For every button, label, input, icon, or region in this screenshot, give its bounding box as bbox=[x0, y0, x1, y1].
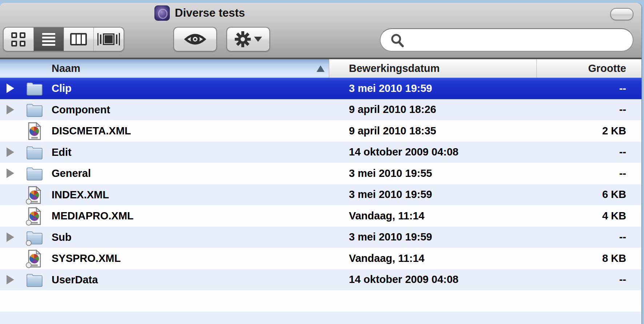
size-cell: 2 KB bbox=[537, 120, 641, 142]
column-header-date[interactable]: Bewerkingsdatum bbox=[329, 59, 537, 78]
size-cell: -- bbox=[537, 227, 641, 248]
folder-icon bbox=[25, 271, 44, 289]
file-row-clip[interactable]: Clip3 mei 2010 19:59-- bbox=[0, 78, 641, 99]
list-view-button[interactable] bbox=[34, 28, 64, 51]
modified-date: 3 mei 2010 19:59 bbox=[349, 82, 432, 94]
window-title: Diverse tests bbox=[175, 7, 245, 20]
name-cell: Edit bbox=[0, 142, 329, 163]
action-menu-chevron-down-icon bbox=[254, 37, 262, 42]
name-cell: General bbox=[0, 163, 329, 184]
name-cell: Clip bbox=[0, 78, 329, 99]
name-cell: Component bbox=[0, 99, 329, 121]
disclosure-triangle-icon[interactable] bbox=[7, 169, 14, 178]
disclosure-triangle-icon[interactable] bbox=[7, 275, 14, 284]
file-row-index-xml[interactable]: INDEX.XML3 mei 2010 19:596 KB bbox=[0, 184, 641, 206]
modified-date: 14 oktober 2009 04:08 bbox=[349, 274, 458, 285]
modified-date: 3 mei 2010 19:59 bbox=[349, 231, 432, 243]
file-name: Clip bbox=[52, 82, 72, 94]
badge-icon bbox=[26, 220, 31, 225]
column-header-name[interactable]: Naam bbox=[0, 59, 329, 78]
titlebar-toolbar: Diverse tests bbox=[0, 3, 641, 57]
xml-document-icon bbox=[25, 249, 44, 268]
eye-icon bbox=[184, 32, 207, 47]
column-view-button[interactable] bbox=[64, 28, 94, 51]
list-column-headers: Naam Bewerkingsdatum Grootte bbox=[0, 59, 641, 78]
file-row-general[interactable]: General3 mei 2010 19:55-- bbox=[0, 163, 641, 184]
size-cell: -- bbox=[537, 142, 641, 163]
modified-date: Vandaag, 11:14 bbox=[349, 252, 424, 264]
date-cell: 3 mei 2010 19:59 bbox=[329, 184, 537, 206]
date-cell: 9 april 2010 18:35 bbox=[329, 120, 537, 142]
folder-icon bbox=[25, 101, 44, 119]
file-row-userdata[interactable]: UserData14 oktober 2009 04:08-- bbox=[0, 269, 641, 291]
date-cell: Vandaag, 11:14 bbox=[329, 248, 537, 269]
file-size: 8 KB bbox=[602, 252, 626, 264]
file-size: -- bbox=[619, 104, 626, 116]
file-name: SYSPRO.XML bbox=[52, 252, 121, 264]
file-name: General bbox=[52, 167, 91, 179]
xml-document-icon bbox=[25, 122, 44, 141]
file-row-syspro-xml[interactable]: SYSPRO.XMLVandaag, 11:148 KB bbox=[0, 248, 641, 269]
quick-look-button[interactable] bbox=[173, 27, 217, 52]
folder-icon bbox=[25, 79, 44, 97]
file-size: 4 KB bbox=[602, 210, 626, 222]
date-cell: 3 mei 2010 19:55 bbox=[329, 163, 537, 184]
name-cell: MEDIAPRO.XML bbox=[0, 205, 329, 227]
gear-icon bbox=[234, 31, 251, 48]
file-size: -- bbox=[619, 82, 626, 94]
modified-date: 9 april 2010 18:26 bbox=[349, 104, 436, 116]
folder-icon bbox=[25, 143, 44, 161]
column-header-date-label: Bewerkingsdatum bbox=[349, 62, 440, 74]
size-cell: 8 KB bbox=[537, 248, 641, 269]
file-row-mediapro-xml[interactable]: MEDIAPRO.XMLVandaag, 11:144 KB bbox=[0, 205, 641, 227]
modified-date: 3 mei 2010 19:59 bbox=[349, 189, 432, 201]
column-header-name-label: Naam bbox=[52, 62, 80, 74]
modified-date: 9 april 2010 18:35 bbox=[349, 125, 436, 137]
file-row-discmeta-xml[interactable]: DISCMETA.XML9 april 2010 18:352 KB bbox=[0, 120, 641, 142]
file-name: INDEX.XML bbox=[52, 189, 109, 201]
size-cell: -- bbox=[537, 99, 641, 121]
file-size: 2 KB bbox=[602, 125, 626, 137]
empty-row bbox=[0, 290, 641, 312]
file-row-edit[interactable]: Edit14 oktober 2009 04:08-- bbox=[0, 142, 641, 163]
name-cell: SYSPRO.XML bbox=[0, 248, 329, 269]
column-header-size[interactable]: Grootte bbox=[537, 59, 641, 78]
search-input[interactable] bbox=[381, 29, 633, 51]
xml-document-icon bbox=[25, 207, 44, 226]
badge-icon bbox=[26, 240, 31, 246]
date-cell: 9 april 2010 18:26 bbox=[329, 99, 537, 121]
size-cell: -- bbox=[537, 78, 641, 99]
toolbar-toggle-button[interactable] bbox=[610, 8, 633, 20]
view-mode-segmented-control bbox=[3, 27, 124, 52]
file-row-component[interactable]: Component9 april 2010 18:26-- bbox=[0, 99, 641, 121]
size-cell: 4 KB bbox=[537, 205, 641, 227]
empty-row bbox=[0, 312, 641, 324]
disclosure-triangle-icon[interactable] bbox=[7, 105, 14, 114]
size-cell: 6 KB bbox=[537, 184, 641, 206]
search-field bbox=[380, 28, 633, 52]
column-header-size-label: Grootte bbox=[588, 62, 626, 74]
file-size: 6 KB bbox=[602, 189, 626, 201]
folder-proxy-icon[interactable] bbox=[154, 5, 170, 21]
file-name: DISCMETA.XML bbox=[52, 125, 131, 137]
modified-date: 14 oktober 2009 04:08 bbox=[349, 146, 458, 158]
action-menu-button[interactable] bbox=[226, 27, 270, 52]
disclosure-triangle-icon[interactable] bbox=[7, 232, 14, 242]
icon-view-button[interactable] bbox=[4, 28, 34, 51]
file-size: -- bbox=[619, 274, 626, 285]
date-cell: 3 mei 2010 19:59 bbox=[329, 78, 537, 99]
size-cell: -- bbox=[537, 163, 641, 184]
column-view-icon bbox=[70, 33, 87, 45]
coverflow-view-button[interactable] bbox=[94, 28, 124, 51]
disclosure-triangle-icon[interactable] bbox=[7, 84, 14, 93]
file-name: Component bbox=[52, 104, 110, 116]
disclosure-triangle-icon[interactable] bbox=[7, 147, 14, 157]
file-name: Edit bbox=[52, 146, 72, 158]
xml-document-icon bbox=[25, 186, 44, 204]
file-row-sub[interactable]: Sub3 mei 2010 19:59-- bbox=[0, 227, 641, 248]
finder-window: Diverse tests bbox=[0, 3, 641, 324]
desktop: { "window": { "title": "Diverse tests" }… bbox=[0, 0, 644, 324]
name-cell: INDEX.XML bbox=[0, 184, 329, 206]
folder-icon bbox=[25, 164, 44, 182]
date-cell: 14 oktober 2009 04:08 bbox=[329, 269, 537, 291]
